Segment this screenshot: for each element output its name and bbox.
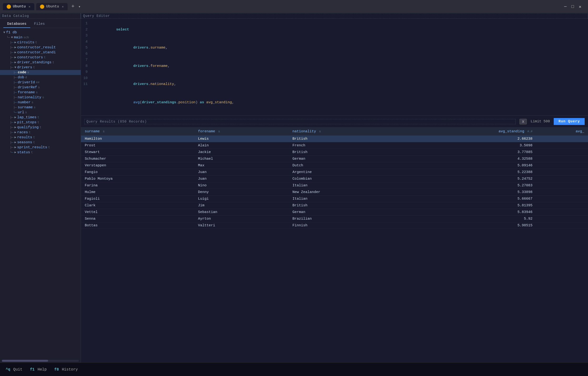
connector-url: └─ [13,111,17,114]
tab-close-1[interactable]: ✕ [29,5,31,9]
label-sr: sprint_results [17,146,47,149]
maximize-button[interactable]: □ [571,4,574,9]
table-row[interactable]: HamiltonLewisBritish2.66238 [81,136,588,142]
connector-con: ├─ [10,56,13,59]
arrow-sr [14,146,16,149]
clear-button[interactable]: X [519,119,527,125]
label-con: constructors [17,55,43,60]
tree-table-sprint-results[interactable]: ├─ sprint_results t [0,145,81,150]
code-line-6: avg(driver_standings.points) as avg_poin… [90,112,584,116]
type-sta: t [31,151,33,154]
code-line-5: avg(driver_standings.position) as avg_st… [90,93,584,112]
results-table-container[interactable]: surname s forename s nationality s avg_s… [81,127,588,363]
table-row[interactable]: VettelSebastianGerman5.83946 [81,209,588,216]
label-cs: constructor_standi [17,51,56,54]
label-dob: dob [18,75,24,80]
connector-ps: ├─ [10,121,13,124]
label-drv: drivers [17,65,32,70]
type-res: t [33,136,35,139]
code-area[interactable]: select drivers.surname, drivers.forename… [90,21,588,114]
label-cr: constructor_result [17,45,56,50]
arrow-rac [14,131,16,134]
table-row[interactable]: StewartJackieBritish3.77885 [81,149,588,156]
tree-table-constructor-standi[interactable]: ├─ constructor_standi [0,50,81,55]
tree-table-seasons[interactable]: ├─ seasons t [0,140,81,145]
arrow-qal [14,126,16,129]
tab-label-2: Ubuntu [46,5,59,9]
table-row[interactable]: SchumacherMichaelGerman4.32588 [81,156,588,162]
connector-cs: ├─ [10,51,13,54]
table-row[interactable]: ProstAlainFrench3.5098 [81,142,588,149]
tree-root[interactable]: f1 db [0,30,81,35]
tree-col-code[interactable]: ├─ code s [0,70,81,75]
type-num: s [32,101,33,104]
tab-close-2[interactable]: ✕ [62,5,64,9]
tree-table-drivers[interactable]: ├─ drivers t [0,65,81,70]
type-sur: s [33,106,35,109]
arrow-root [3,31,5,34]
table-row[interactable]: FarinaNinoItalian5.27083 [81,182,588,189]
tree-col-url[interactable]: └─ url s [0,110,81,115]
left-panel: Data Catalog Databases Files f1 db └─ ma… [0,13,81,363]
tree-table-constructors[interactable]: ├─ constructors t [0,55,81,60]
results-tbody: HamiltonLewisBritish2.66238ProstAlainFre… [81,136,588,229]
tree-table-pit-stops[interactable]: ├─ pit_stops t [0,120,81,125]
bottom-quit[interactable]: ^q Quit [6,367,22,372]
tree-table-driver-standings[interactable]: ├─ driver_standings t [0,60,81,65]
tree-table-circuits[interactable]: ├─ circuits t [0,40,81,45]
tree-col-driverid[interactable]: ├─ driverId ## [0,80,81,85]
close-button[interactable]: ✕ [579,4,581,9]
tab-files[interactable]: Files [30,21,49,28]
query-content[interactable]: 1 2 3 4 5 6 7 8 9 10 11 select [81,19,588,115]
connector-dob: ├─ [13,76,17,79]
label-res: results [17,136,32,139]
table-row[interactable]: FangioJuanArgentine5.22388 [81,169,588,176]
tree-col-number[interactable]: ├─ number s [0,100,81,105]
results-title: Query Results (850 Records) [84,119,516,124]
tree-table-qualifying[interactable]: ├─ qualifying t [0,125,81,130]
bottom-history[interactable]: f8 History [54,367,78,372]
connector-sur: ├─ [13,106,17,109]
tree-schema[interactable]: └─ main sch [0,35,81,40]
tree-col-forename[interactable]: ├─ forename s [0,90,81,95]
new-tab-button[interactable]: + [70,4,76,10]
table-row[interactable]: SennaAyrtonBrazilian5.92 [81,216,588,222]
tree-table-status[interactable]: └─ status t [0,150,81,155]
type-ds: t [52,61,54,64]
tab-ubuntu-1[interactable]: Ubuntu ✕ [3,3,34,10]
table-row[interactable]: FagioliLuigiItalian5.66667 [81,196,588,202]
type-dob: d [25,76,27,79]
tab-label-1: Ubuntu [13,5,26,9]
type-circuits: t [35,41,37,44]
table-row[interactable]: VerstappenMaxDutch5.09146 [81,162,588,169]
table-row[interactable]: ClarkJimBritish5.81395 [81,202,588,209]
tree-col-nationality[interactable]: ├─ nationality s [0,95,81,100]
run-query-button[interactable]: Run Query [554,118,585,125]
connector-lt: ├─ [10,116,13,119]
tree-table-constructor-result[interactable]: ├─ constructor_result [0,45,81,50]
scrollbar-thumb [2,360,48,362]
tree-table-races[interactable]: ├─ races t [0,130,81,135]
tab-dropdown-button[interactable]: ▾ [78,4,81,9]
tree-col-dob[interactable]: ├─ dob d [0,75,81,80]
tree-col-driverref[interactable]: ├─ driverRef s [0,85,81,90]
tab-ubuntu-2[interactable]: Ubuntu ✕ [36,3,68,10]
table-row[interactable]: Pablo MontoyaJuanColombian5.24752 [81,176,588,182]
label-qal: qualifying [17,125,39,129]
tree-container[interactable]: f1 db └─ main sch ├─ circuits t ├─ const… [0,28,81,359]
tree-col-surname[interactable]: ├─ surname s [0,105,81,110]
label-did: driverId [18,80,35,84]
tab-databases[interactable]: Databases [3,21,30,28]
arrow-circuits [14,41,16,44]
bottom-help[interactable]: f1 Help [30,367,47,372]
schema-label: main [14,35,22,40]
table-row[interactable]: HulmeDennyNew Zealander5.33898 [81,189,588,196]
table-row[interactable]: BottasValtteriFinnish5.98515 [81,222,588,229]
type-nat: s [42,96,44,99]
label-sta: status [17,150,30,155]
minimize-button[interactable]: ─ [564,4,567,9]
tree-table-lap-times[interactable]: ├─ lap_times t [0,115,81,120]
query-results: Query Results (850 Records) X Limit 500 … [81,116,588,363]
tree-table-results[interactable]: ├─ results t [0,135,81,140]
left-panel-scrollbar[interactable] [2,360,79,362]
